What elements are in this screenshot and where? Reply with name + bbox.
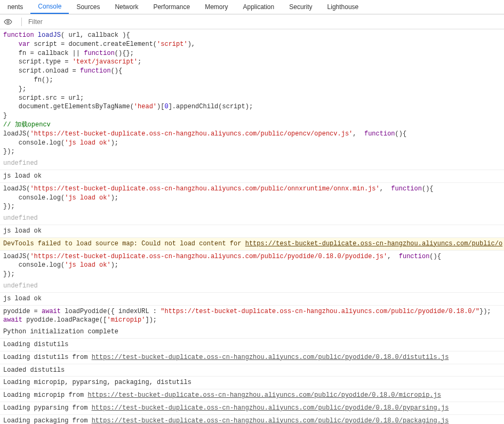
tab-sources[interactable]: Sources [69, 1, 107, 13]
tab-console[interactable]: Console [30, 0, 69, 14]
console-result-undefined: undefined [0, 212, 504, 225]
console-result-undefined: undefined [0, 157, 504, 170]
eye-icon[interactable] [3, 17, 13, 27]
tab-network[interactable]: Network [107, 1, 146, 13]
log-link[interactable]: https://test-bucket-duplicate.oss-cn-han… [92, 417, 449, 424]
log-link[interactable]: https://test-bucket-duplicate.oss-cn-han… [92, 404, 449, 412]
console-output: function loadJS( url, callback ){ var sc… [0, 29, 504, 424]
tab-lighthouse[interactable]: Lighthouse [320, 1, 366, 13]
console-log: Loading distutils [0, 339, 504, 351]
svg-point-0 [7, 21, 9, 23]
tab-memory[interactable]: Memory [197, 1, 235, 13]
tab-security[interactable]: Security [282, 1, 319, 13]
console-log: js load ok [0, 293, 504, 306]
console-warning: DevTools failed to load source map: Coul… [0, 238, 504, 251]
toolbar-divider [21, 18, 22, 26]
tab-elements[interactable]: nents [0, 1, 30, 13]
console-log: Loading pyparsing from https://test-buck… [0, 402, 504, 415]
tab-performance[interactable]: Performance [146, 1, 197, 13]
tab-application[interactable]: Application [235, 1, 282, 13]
console-log: js load ok [0, 170, 504, 183]
console-input-block: pyodide = await loadPyodide({ indexURL :… [0, 306, 504, 326]
console-log: Loading micropip from https://test-bucke… [0, 389, 504, 402]
devtools-tabs: nents Console Sources Network Performanc… [0, 0, 504, 14]
console-result-undefined: undefined [0, 280, 504, 293]
log-link[interactable]: https://test-bucket-duplicate.oss-cn-han… [92, 354, 449, 361]
console-log: Loaded distutils [0, 364, 504, 377]
warning-link[interactable]: https://test-bucket-duplicate.oss-cn-han… [245, 240, 502, 247]
console-log: Python initialization complete [0, 326, 504, 339]
console-log: Loading distutils from https://test-buck… [0, 351, 504, 364]
console-input-block: loadJS('https://test-bucket-duplicate.os… [0, 183, 504, 212]
filter-input[interactable] [26, 17, 501, 27]
console-toolbar [0, 14, 504, 29]
console-log: Loading packaging from https://test-buck… [0, 415, 504, 424]
console-log: Loading micropip, pyparsing, packaging, … [0, 377, 504, 389]
console-log: js load ok [0, 225, 504, 238]
console-input-block: loadJS('https://test-bucket-duplicate.os… [0, 251, 504, 280]
console-input-block: function loadJS( url, callback ){ var sc… [0, 29, 504, 157]
log-link[interactable]: https://test-bucket-duplicate.oss-cn-han… [87, 391, 441, 399]
